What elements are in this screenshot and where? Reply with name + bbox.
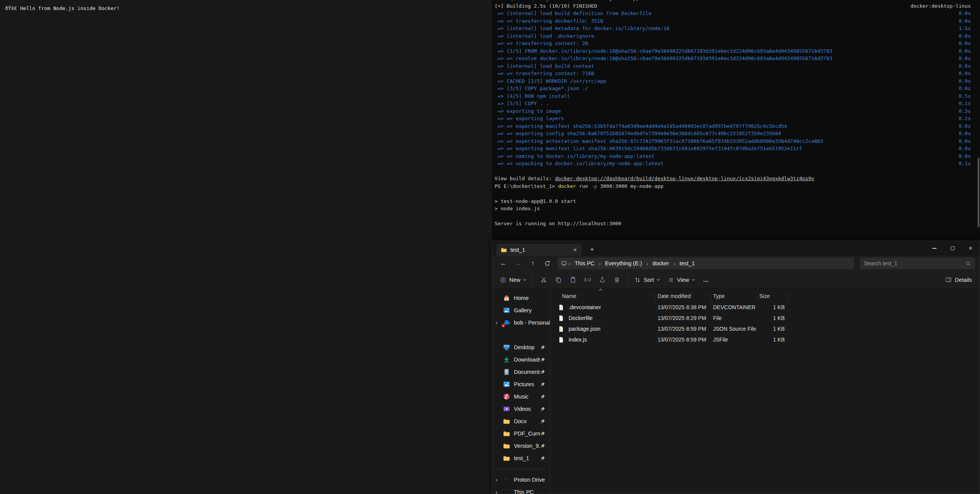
terminal-line: => => exporting manifest sha256:53b5fda7… bbox=[495, 122, 975, 130]
tab-close-icon[interactable]: × bbox=[571, 246, 579, 254]
sidebar-item-icon bbox=[503, 295, 510, 301]
close-button[interactable]: × bbox=[962, 241, 980, 256]
terminal-line: [+] Building 2.5s (10/10) FINISHEDdocker… bbox=[495, 2, 975, 10]
sidebar-item-label: Videos bbox=[514, 406, 540, 412]
terminal-line: => [3/5] COPY package*.json ./0.0s bbox=[495, 85, 975, 92]
details-button[interactable]: Details bbox=[941, 273, 976, 286]
sidebar-item[interactable]: Documents bbox=[492, 366, 550, 378]
sidebar-item[interactable]: PDF_Current bbox=[492, 427, 550, 440]
sidebar-item[interactable]: Downloads bbox=[492, 353, 550, 366]
details-button-label: Details bbox=[955, 277, 972, 283]
toolbar-divider bbox=[533, 276, 533, 284]
browser-window[interactable]: ðŸš€ Hello from Node.js inside Docker! bbox=[0, 0, 492, 494]
sidebar-item[interactable]: Home bbox=[492, 292, 550, 304]
breadcrumb-item[interactable]: This PC bbox=[572, 259, 597, 268]
toolbar-edit-button[interactable] bbox=[536, 273, 551, 286]
pin-icon bbox=[540, 357, 545, 362]
breadcrumb-separator-icon: › bbox=[597, 260, 602, 267]
terminal-line: => CACHED [2/5] WORKDIR /usr/src/app0.0s bbox=[495, 77, 975, 85]
pin-icon bbox=[540, 382, 545, 387]
column-header[interactable]: Name bbox=[550, 293, 655, 300]
sidebar-item[interactable]: › × bob - Personal bbox=[492, 316, 550, 329]
view-button[interactable]: View bbox=[664, 273, 698, 286]
sidebar-item-icon bbox=[503, 476, 510, 483]
expand-chevron-icon[interactable]: › bbox=[495, 476, 498, 483]
window-controls: × bbox=[925, 241, 980, 256]
toolbar-edit-icon bbox=[555, 276, 562, 283]
toolbar-edit-button[interactable] bbox=[595, 273, 609, 286]
terminal-line: => => transferring context: 716B0.0s bbox=[495, 70, 975, 77]
sidebar-item[interactable]: test_1 bbox=[492, 452, 550, 464]
sort-button[interactable]: Sort bbox=[631, 273, 663, 286]
breadcrumb-separator-icon: › bbox=[672, 260, 677, 267]
terminal-line bbox=[495, 213, 975, 220]
more-button[interactable]: … bbox=[699, 273, 713, 286]
file-date-modified: 13/07/2025 8:29 PM bbox=[655, 315, 712, 321]
minimize-button[interactable] bbox=[925, 241, 943, 256]
breadcrumb-item[interactable]: Everything (E:) bbox=[602, 259, 645, 268]
terminal-scrollbar[interactable] bbox=[978, 158, 979, 227]
toolbar-edit-icon bbox=[540, 276, 547, 283]
nav-refresh-button[interactable] bbox=[541, 258, 554, 269]
new-tab-button[interactable]: + bbox=[587, 245, 597, 254]
sidebar-item-label: Downloads bbox=[514, 357, 540, 363]
sidebar-item[interactable] bbox=[492, 329, 550, 341]
breadcrumb-item[interactable]: docker bbox=[649, 259, 672, 268]
sidebar-item[interactable]: Version_9.1 bbox=[492, 440, 550, 452]
terminal-window[interactable]: PS E:\docker\test_1> docker build -t my-… bbox=[492, 0, 980, 241]
column-header-label: Size bbox=[759, 293, 770, 299]
terminal-line: View build details: docker-desktop://das… bbox=[495, 175, 975, 183]
file-size: 1 KB bbox=[757, 326, 788, 332]
address-bar[interactable]: › This PC › Everything (E:) › docker bbox=[558, 258, 854, 269]
sidebar-item[interactable]: Gallery bbox=[492, 304, 550, 316]
sidebar-item[interactable]: › This PC bbox=[492, 486, 550, 494]
sidebar-item[interactable]: › Proton Drive bbox=[492, 474, 550, 486]
terminal-line: PS E:\docker\test_1> docker run -p 3000:… bbox=[495, 183, 975, 190]
file-row[interactable]: .devcontainer 13/07/2025 8:38 PM DEVCONT… bbox=[550, 302, 980, 313]
sidebar-item-icon bbox=[503, 489, 510, 494]
nav-forward-button[interactable]: → bbox=[512, 258, 525, 269]
terminal-line: Server is running on http://localhost:30… bbox=[495, 220, 975, 228]
maximize-button[interactable] bbox=[943, 241, 962, 256]
column-header[interactable]: Date modified bbox=[655, 293, 712, 300]
terminal-line: => => exporting layers0.2s bbox=[495, 115, 975, 122]
sidebar-item[interactable]: Pictures bbox=[492, 378, 550, 390]
nav-up-button[interactable]: ↑ bbox=[526, 258, 539, 269]
file-row[interactable]: package.json 13/07/2025 8:59 PM JSON Sou… bbox=[550, 323, 980, 334]
breadcrumb-item[interactable]: test_1 bbox=[677, 259, 698, 268]
breadcrumb-separator-icon: › bbox=[567, 260, 572, 267]
toolbar-edit-button[interactable] bbox=[551, 273, 566, 286]
toolbar-edit-button[interactable] bbox=[566, 273, 580, 286]
expand-chevron-icon[interactable]: › bbox=[495, 489, 498, 494]
terminal-line: => => naming to docker.io/library/my-nod… bbox=[495, 152, 975, 160]
column-header[interactable]: Type bbox=[712, 293, 757, 300]
column-header[interactable]: Size bbox=[757, 293, 788, 300]
column-header-label: Name bbox=[562, 293, 576, 299]
toolbar-edit-button[interactable] bbox=[580, 273, 595, 286]
refresh-icon bbox=[544, 260, 550, 266]
terminal-line: => [internal] load build definition from… bbox=[495, 10, 975, 17]
file-date-modified: 13/07/2025 8:59 PM bbox=[655, 326, 712, 332]
pin-icon bbox=[540, 407, 545, 412]
sort-arrows-icon bbox=[634, 277, 641, 283]
search-box[interactable] bbox=[860, 258, 975, 269]
sort-button-label: Sort bbox=[644, 277, 654, 283]
sidebar-item[interactable]: Music bbox=[492, 390, 550, 403]
file-icon bbox=[558, 315, 564, 322]
tab-test1[interactable]: test_1 × bbox=[496, 244, 582, 256]
file-explorer-window[interactable]: test_1 × + × ← → ↑ › This PC bbox=[492, 241, 980, 494]
new-button[interactable]: New bbox=[496, 273, 530, 286]
sidebar-item[interactable]: Desktop bbox=[492, 341, 550, 353]
file-name: package.json bbox=[569, 326, 601, 332]
file-row[interactable]: index.js 13/07/2025 8:59 PM JSFile 1 KB bbox=[550, 334, 980, 345]
toolbar-edit-icon bbox=[599, 276, 606, 283]
sidebar-item[interactable]: Videos bbox=[492, 403, 550, 415]
sidebar-item-label: bob - Personal bbox=[514, 320, 550, 326]
toolbar-edit-button[interactable] bbox=[609, 273, 624, 286]
file-row[interactable]: Dockerfile 13/07/2025 8:29 PM File 1 KB bbox=[550, 313, 980, 323]
sidebar-item[interactable] bbox=[492, 464, 550, 474]
expand-chevron-icon[interactable]: › bbox=[495, 319, 498, 326]
search-input[interactable] bbox=[864, 260, 965, 266]
sidebar-item[interactable]: Docx bbox=[492, 415, 550, 427]
nav-back-button[interactable]: ← bbox=[497, 258, 510, 269]
